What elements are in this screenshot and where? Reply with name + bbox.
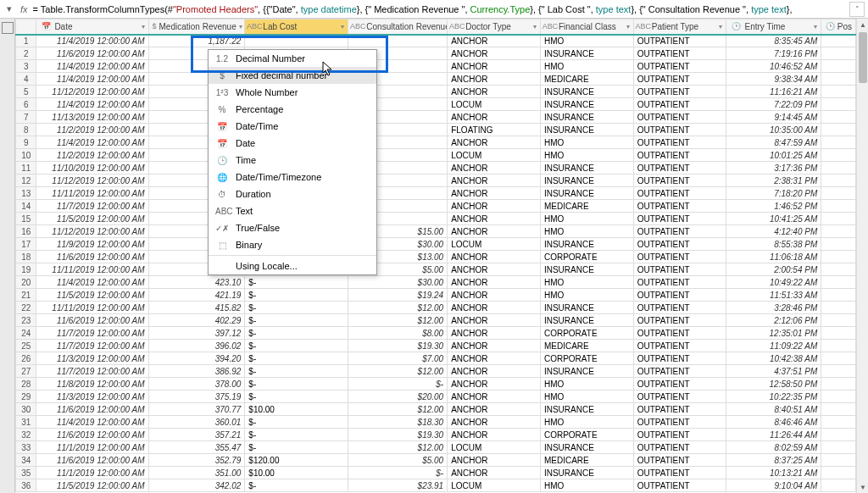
cell-lab-cost[interactable]: $- [245,289,348,302]
cell-consultation-revenue[interactable]: $19.30 [348,340,448,352]
column-header-entry-time[interactable]: 🕒Entry Time▾ [726,19,821,35]
cell-lab-cost[interactable]: $- [245,441,348,454]
cell-date[interactable]: 11/10/2019 12:00:00 AM [36,162,148,174]
cell-patient-type[interactable]: OUTPATIENT [633,111,726,124]
chevron-down-icon[interactable]: ▾ [719,23,722,30]
table-row[interactable]: 211/6/2019 12:00:00 AM737.48ANCHORINSURA… [16,47,856,60]
cell-entry-time[interactable]: 11:16:21 AM [726,86,821,98]
cell-lab-cost[interactable]: $- [245,365,348,378]
menu-item-binary[interactable]: ⬚Binary [209,236,376,253]
cell-entry-time[interactable]: 12:35:01 PM [726,327,821,340]
cell-date[interactable]: 11/4/2019 12:00:00 AM [36,98,148,111]
table-row[interactable]: 611/4/2019 12:00:00 AM586.80LOCUMINSURAN… [16,98,856,111]
cell-date[interactable]: 11/3/2019 12:00:00 AM [36,391,148,403]
cell-pos[interactable] [821,403,856,416]
table-row[interactable]: 2011/4/2019 12:00:00 AM423.10$-$30.00ANC… [16,276,856,289]
cell-patient-type[interactable]: OUTPATIENT [633,302,726,314]
row-number[interactable]: 10 [16,149,36,162]
cell-financial-class[interactable]: CORPORATE [540,327,633,340]
cell-patient-type[interactable]: OUTPATIENT [633,403,726,416]
table-row[interactable]: 3111/4/2019 12:00:00 AM360.01$-$18.30ANC… [16,416,856,429]
cell-patient-type[interactable]: OUTPATIENT [633,124,726,136]
cell-doctor-type[interactable]: ANCHOR [448,200,541,213]
menu-item-duration[interactable]: ⏱Duration [209,186,376,202]
cell-date[interactable]: 11/7/2019 12:00:00 AM [36,365,148,378]
cell-patient-type[interactable]: OUTPATIENT [633,479,726,492]
cell-pos[interactable] [821,378,856,391]
cell-date[interactable]: 11/1/2019 12:00:00 AM [36,467,148,479]
cell-financial-class[interactable]: MEDICARE [540,73,633,86]
chevron-down-icon[interactable]: ▾ [239,23,242,30]
cell-financial-class[interactable]: HMO [540,35,633,47]
cell-date[interactable]: 11/9/2019 12:00:00 AM [36,238,148,251]
cell-pos[interactable] [821,47,856,60]
table-row[interactable]: 2511/7/2019 12:00:00 AM396.02$-$19.30ANC… [16,340,856,352]
row-number[interactable]: 35 [16,467,36,479]
cell-doctor-type[interactable]: ANCHOR [448,86,541,98]
row-number[interactable]: 1 [16,35,36,47]
row-number[interactable]: 31 [16,416,36,429]
row-number[interactable]: 4 [16,73,36,86]
cell-consultation-revenue[interactable]: $19.24 [348,289,448,302]
cell-doctor-type[interactable]: ANCHOR [448,111,541,124]
cell-date[interactable]: 11/6/2019 12:00:00 AM [36,454,148,467]
cell-entry-time[interactable]: 10:35:00 AM [726,124,821,136]
cell-entry-time[interactable]: 3:17:36 PM [726,162,821,174]
cell-pos[interactable] [821,136,856,149]
cell-patient-type[interactable]: OUTPATIENT [633,454,726,467]
cell-medication-revenue[interactable]: 402.29 [148,314,245,327]
cell-pos[interactable] [821,200,856,213]
table-row[interactable]: 1611/12/2019 12:00:00 AM433.31$-$15.00AN… [16,225,856,238]
cell-patient-type[interactable]: OUTPATIENT [633,187,726,200]
cell-doctor-type[interactable]: LOCUM [448,149,541,162]
cell-doctor-type[interactable]: ANCHOR [448,429,541,441]
cell-date[interactable]: 11/4/2019 12:00:00 AM [36,35,148,47]
row-number[interactable]: 36 [16,479,36,492]
cell-doctor-type[interactable]: ANCHOR [448,276,541,289]
cell-financial-class[interactable]: HMO [540,136,633,149]
cell-date[interactable]: 11/4/2019 12:00:00 AM [36,416,148,429]
table-row[interactable]: 1311/11/2019 12:00:00 AM459.00ANCHORINSU… [16,187,856,200]
cell-entry-time[interactable]: 12:58:50 PM [726,378,821,391]
cell-patient-type[interactable]: OUTPATIENT [633,225,726,238]
cell-pos[interactable] [821,187,856,200]
cell-pos[interactable] [821,467,856,479]
cell-medication-revenue[interactable]: 421.19 [148,289,245,302]
cell-pos[interactable] [821,98,856,111]
type-icon-time[interactable]: 🕒 [730,22,742,30]
cell-financial-class[interactable]: INSURANCE [540,403,633,416]
cell-doctor-type[interactable]: ANCHOR [448,378,541,391]
cell-doctor-type[interactable]: ANCHOR [448,136,541,149]
cell-entry-time[interactable]: 10:46:52 AM [726,60,821,73]
cell-entry-time[interactable]: 9:14:45 AM [726,111,821,124]
cell-doctor-type[interactable]: ANCHOR [448,174,541,187]
cell-pos[interactable] [821,302,856,314]
column-header-patient-type[interactable]: ABCPatient Type▾ [633,19,726,35]
cell-doctor-type[interactable]: ANCHOR [448,47,541,60]
cell-financial-class[interactable]: INSURANCE [540,111,633,124]
row-number[interactable]: 12 [16,174,36,187]
cell-doctor-type[interactable]: ANCHOR [448,60,541,73]
cell-financial-class[interactable]: INSURANCE [540,86,633,98]
chevron-down-icon[interactable]: ▾ [341,23,344,30]
cell-patient-type[interactable]: OUTPATIENT [633,263,726,276]
cell-patient-type[interactable]: OUTPATIENT [633,213,726,225]
cell-date[interactable]: 11/12/2019 12:00:00 AM [36,86,148,98]
row-number[interactable]: 18 [16,251,36,263]
cell-financial-class[interactable]: HMO [540,391,633,403]
row-number[interactable]: 13 [16,187,36,200]
cell-doctor-type[interactable]: ANCHOR [448,162,541,174]
row-number[interactable]: 5 [16,86,36,98]
cell-doctor-type[interactable]: ANCHOR [448,340,541,352]
menu-item-percentage[interactable]: %Percentage [209,101,376,118]
cell-consultation-revenue[interactable] [348,35,448,47]
cell-consultation-revenue[interactable]: $5.00 [348,454,448,467]
type-icon-text[interactable]: ABC [248,22,260,30]
cell-financial-class[interactable]: INSURANCE [540,187,633,200]
cell-financial-class[interactable]: MEDICARE [540,340,633,352]
row-number[interactable]: 26 [16,352,36,365]
cell-lab-cost[interactable]: $- [245,416,348,429]
cell-lab-cost[interactable]: $- [245,327,348,340]
cell-patient-type[interactable]: OUTPATIENT [633,136,726,149]
cell-date[interactable]: 11/5/2019 12:00:00 AM [36,213,148,225]
